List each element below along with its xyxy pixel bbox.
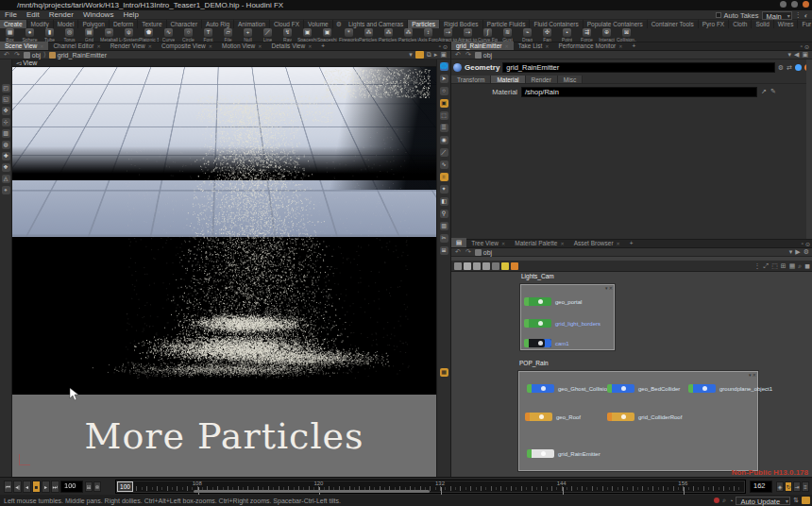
minimize-button[interactable] — [780, 1, 787, 8]
close-button[interactable] — [803, 1, 809, 8]
tool-interact[interactable]: ⊕Interact — [597, 28, 617, 42]
snap-toggle-icon[interactable] — [415, 51, 424, 59]
shelf-tab-solid[interactable]: Solid — [752, 20, 773, 28]
vp-display-options-icon[interactable]: ▦ — [440, 368, 448, 377]
vp-right-icon-12[interactable]: ⚲ — [440, 210, 448, 218]
material-field[interactable]: /shop/Rain — [521, 87, 757, 97]
shelf-tab-pyro-fx[interactable]: Pyro FX — [699, 20, 729, 28]
tool-tube[interactable]: ▮Tube — [40, 28, 59, 42]
param-tab-transform[interactable]: Transform — [451, 76, 491, 83]
dropdown-caret-icon[interactable]: ▾ — [409, 51, 413, 59]
shelf-tab-particle-fluids[interactable]: Particle Fluids — [483, 20, 531, 28]
shelf-tab-character[interactable]: Character — [167, 20, 203, 28]
net-tool-icon-0[interactable] — [454, 262, 462, 270]
stop-button[interactable]: ■ — [32, 481, 41, 493]
jump-start-button[interactable]: ⏮ — [4, 481, 12, 493]
vp-left-icon-7[interactable]: ❖ — [2, 163, 10, 172]
tool-metaball[interactable]: ∞Metaball — [99, 28, 119, 42]
tool-drag[interactable]: ⌁Drag — [517, 28, 537, 42]
shelf-tab-container-tools[interactable]: Container Tools — [648, 20, 699, 28]
shelf-tab-model[interactable]: Model — [54, 20, 79, 28]
tool-curve-force[interactable]: ∫Curve Force — [478, 28, 498, 42]
options-icon[interactable]: ≡ — [802, 481, 809, 492]
node-cam1[interactable]: cam1 — [524, 339, 569, 347]
close-tab-icon[interactable]: ✕ — [617, 241, 620, 246]
expand-icon[interactable]: ⤢ — [764, 262, 770, 270]
tool-attract-to-[interactable]: ⇢Attract to... — [438, 28, 458, 42]
shelf-tab-deform[interactable]: Deform — [110, 20, 138, 28]
open-floating-icon[interactable]: ✎ — [770, 88, 776, 95]
close-tab-icon[interactable]: ✕ — [96, 43, 100, 49]
shelf-tab-fur[interactable]: Fur — [798, 20, 812, 28]
shelf-tab-texture[interactable]: Texture — [138, 20, 166, 28]
dropdown-caret-icon[interactable]: ▾ — [787, 51, 791, 59]
tool-fireworks[interactable]: ＊Fireworks — [339, 28, 359, 42]
vp-left-icon-1[interactable]: ◱ — [2, 95, 10, 104]
tab-material-palette[interactable]: Material Palette✕ — [510, 239, 568, 247]
vp-right-icon-14[interactable]: ✂ — [440, 234, 448, 243]
vp-right-icon-1[interactable]: ➤ — [440, 75, 448, 83]
vp-right-icon-2[interactable]: ○ — [440, 87, 448, 95]
tab-scene-view[interactable]: Scene View✕ — [0, 42, 48, 50]
new-tab-button[interactable]: + — [316, 42, 330, 50]
tool-box[interactable]: ▦Box — [0, 28, 20, 42]
tool-null[interactable]: +Null — [238, 28, 258, 42]
forward-arrow-icon[interactable]: ↷ — [13, 51, 21, 59]
message-indicator-icon[interactable] — [714, 498, 719, 503]
menu-file[interactable]: File — [0, 10, 22, 19]
close-tab-icon[interactable]: ✕ — [148, 43, 152, 49]
shelf-tab-wires[interactable]: Wires — [774, 20, 799, 28]
vp-right-icon-10[interactable]: ✦ — [440, 185, 448, 194]
vp-left-icon-8[interactable]: ◬ — [2, 175, 10, 183]
shelf-tab-fluid-containers[interactable]: Fluid Containers — [530, 20, 583, 28]
tool-fan[interactable]: ✣Fan — [537, 28, 557, 42]
network-canvas[interactable]: ▾ ✕Lights_Camgeo_portalgrid_light_border… — [451, 272, 812, 478]
current-frame-field[interactable]: 100 — [60, 481, 83, 493]
vp-right-icon-3[interactable]: ▣ — [440, 99, 448, 108]
node-geo_roof[interactable]: geo_Roof — [525, 413, 581, 421]
close-tab-icon[interactable]: ✕ — [545, 43, 549, 49]
tool-file[interactable]: ▱File — [218, 28, 238, 42]
display-flag-icon[interactable] — [795, 64, 802, 71]
node-name-field[interactable]: grid_RainEmitter — [502, 62, 774, 73]
layout-icon[interactable]: ⧉ — [427, 51, 431, 59]
net-tool-icon-2[interactable] — [473, 262, 481, 270]
vp-left-icon-3[interactable]: ⊹ — [2, 118, 10, 126]
tool-collision-[interactable]: ⊠Collision... — [617, 28, 636, 42]
zoom-icon[interactable]: ⌕ — [798, 262, 802, 270]
tool-grid[interactable]: ▤Grid — [79, 28, 99, 42]
shelf-tab-modify[interactable]: Modify — [27, 20, 54, 28]
grid-snap-icon[interactable]: ⊞ — [781, 262, 787, 270]
tool-attract-to-[interactable]: ⇢Attract to... — [458, 28, 478, 42]
pane-menu-icon[interactable]: ⊙ — [804, 43, 809, 50]
pane-menu-icon[interactable]: ⊙ — [805, 241, 810, 247]
more-icon[interactable]: ⋮ — [754, 262, 761, 270]
node-body[interactable] — [529, 319, 551, 328]
net-tool-icon-3[interactable] — [482, 262, 490, 270]
node-grid_rainemitter[interactable]: grid_RainEmitter — [527, 449, 601, 458]
menu-edit[interactable]: Edit — [22, 10, 44, 19]
node-body[interactable] — [529, 339, 551, 347]
menu-render[interactable]: Render — [44, 10, 78, 19]
close-tab-icon[interactable]: ✕ — [258, 43, 262, 49]
dropdown-caret-icon[interactable]: ▾ — [789, 248, 793, 256]
vp-left-icon-6[interactable]: ✚ — [2, 152, 10, 160]
node-groundplane_object1[interactable]: groundplane_object1 — [688, 384, 772, 393]
panel-icon[interactable]: ▣ — [802, 51, 808, 59]
play-reverse-button[interactable]: ◂ — [23, 481, 31, 493]
play-icon[interactable]: ▶ — [795, 248, 800, 256]
scene-render-area[interactable] — [12, 67, 436, 395]
pane-split-icon[interactable]: ▫ — [801, 43, 803, 50]
node-body[interactable] — [529, 297, 551, 306]
view-menu[interactable]: ◅ View — [12, 59, 436, 67]
param-scrollbar[interactable] — [806, 59, 812, 239]
netbox-controls[interactable]: ▾ ✕ — [605, 285, 613, 291]
forward-arrow-icon[interactable]: ↷ — [465, 51, 472, 59]
tool-spaceshi-[interactable]: ▣Spaceshi... — [297, 28, 317, 42]
take-options-icon[interactable]: ⋮ — [795, 11, 802, 19]
clock-icon[interactable]: ◔ — [729, 498, 733, 504]
breadcrumb-obj[interactable]: obj — [24, 52, 41, 59]
tool-axis-force[interactable]: ↕Axis Force — [418, 28, 438, 42]
net-tool-icon-5[interactable] — [501, 262, 509, 270]
gear-icon[interactable]: ⚙ — [804, 248, 809, 256]
